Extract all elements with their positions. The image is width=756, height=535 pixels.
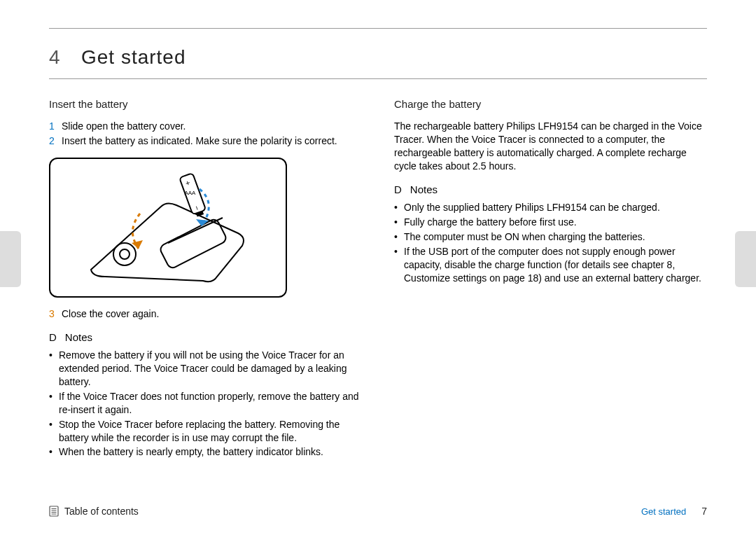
list-item: Fully charge the battery before first us…	[394, 216, 707, 229]
section-link[interactable]: Get started	[641, 506, 686, 517]
left-subhead: Insert the battery	[49, 97, 362, 111]
left-column: Insert the battery 1 Slide open the batt…	[49, 92, 362, 460]
svg-line-1	[168, 218, 223, 243]
step-number: 3	[49, 307, 62, 321]
manual-page: 4 Get started Insert the battery 1 Slide…	[0, 0, 756, 535]
battery-illustration: AAA + −	[49, 158, 287, 298]
step-text: Insert the battery as indicated. Make su…	[62, 134, 362, 148]
toc-link[interactable]: Table of contents	[49, 506, 139, 517]
step-text: Close the cover again.	[62, 307, 362, 321]
prev-page-tab[interactable]	[0, 231, 21, 287]
list-item: Stop the Voice Tracer before replacing t…	[49, 418, 362, 445]
list-item: If the Voice Tracer does not function pr…	[49, 390, 362, 417]
footer-right: Get started 7	[641, 506, 707, 517]
chapter-title: Get started	[81, 46, 186, 69]
right-subhead: Charge the battery	[394, 97, 707, 111]
step-number: 2	[49, 134, 62, 148]
notes-heading-right: D Notes	[394, 183, 707, 197]
list-item: Remove the battery if you will not be us…	[49, 349, 362, 389]
right-notes-list: Only the supplied battery Philips LFH915…	[394, 201, 707, 284]
right-column: Charge the battery The rechargeable batt…	[394, 92, 707, 460]
step-2: 2 Insert the battery as indicated. Make …	[49, 134, 362, 148]
step-text: Slide open the battery cover.	[62, 120, 362, 133]
step-3: 3 Close the cover again.	[49, 307, 362, 321]
chapter-heading: 4 Get started	[49, 46, 707, 79]
content-columns: Insert the battery 1 Slide open the batt…	[49, 92, 707, 460]
step-number: 1	[49, 120, 62, 133]
charge-paragraph: The rechargeable battery Philips LFH9154…	[394, 120, 707, 173]
notes-label: Notes	[65, 331, 92, 345]
svg-rect-0	[159, 218, 227, 270]
list-item: If the USB port of the computer does not…	[394, 245, 707, 285]
toc-label: Table of contents	[64, 506, 139, 517]
left-notes-list: Remove the battery if you will not be us…	[49, 349, 362, 459]
page-number: 7	[701, 506, 707, 517]
top-rule	[49, 28, 707, 29]
next-page-tab[interactable]	[735, 231, 756, 287]
chapter-number: 4	[49, 46, 81, 69]
list-item: When the battery is nearly empty, the ba…	[49, 445, 362, 459]
step-1: 1 Slide open the battery cover.	[49, 120, 362, 133]
svg-point-3	[120, 249, 130, 259]
page-footer: Table of contents Get started 7	[49, 506, 707, 517]
note-symbol: D	[394, 183, 402, 197]
list-item: Only the supplied battery Philips LFH915…	[394, 201, 707, 214]
list-item: The computer must be ON when charging th…	[394, 230, 707, 244]
svg-rect-11	[50, 506, 58, 516]
notes-label: Notes	[410, 183, 438, 197]
notes-heading-left: D Notes	[49, 331, 362, 345]
svg-text:AAA: AAA	[184, 190, 196, 196]
note-symbol: D	[49, 331, 57, 345]
svg-point-2	[113, 243, 136, 265]
toc-icon	[49, 506, 59, 517]
